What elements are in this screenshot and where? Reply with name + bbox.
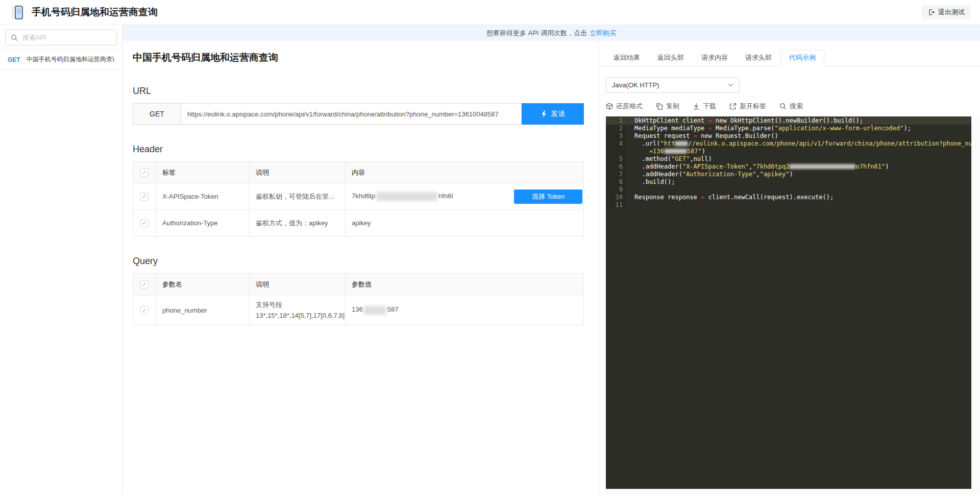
- code-line: 8 .build();: [606, 178, 971, 186]
- code-line: 4 .url("htt//eolink.o.apispace.com/phone…: [606, 140, 971, 148]
- code-line: 10Response response = client.newCall(req…: [606, 194, 971, 201]
- row-checkbox[interactable]: ✓: [140, 219, 149, 227]
- row-checkbox[interactable]: ✓: [140, 306, 149, 314]
- download-icon: [693, 103, 700, 110]
- panel-tab-1[interactable]: 返回头部: [649, 50, 693, 66]
- panel-tab-2[interactable]: 请求内容: [693, 50, 737, 66]
- header-table-row: ✓X-APISpace-Token鉴权私钥，可登陆后在管...7khd6tphf…: [133, 183, 584, 210]
- panel-tab-3[interactable]: 请求头部: [737, 50, 780, 66]
- line-number: 4: [606, 140, 628, 148]
- top-header-bar: 手机号码归属地和运营商查询 退出测试: [0, 0, 980, 25]
- param-value[interactable]: 7khd6tphfn6l选择 Token: [346, 183, 584, 210]
- select-all-checkbox[interactable]: ✓: [140, 280, 149, 289]
- header-table-head-row: ✓ 标签 说明 内容: [133, 162, 584, 183]
- header-table: ✓ 标签 说明 内容 ✓X-APISpace-Token鉴权私钥，可登陆后在管.…: [133, 161, 584, 237]
- param-description: 支持号段 13*,15*,18*,14[5,7],17[0,6,7,8]: [250, 295, 346, 325]
- line-number: 11: [606, 201, 628, 209]
- notice-text: 想要获得更多 API 调用次数，点击: [486, 29, 587, 38]
- query-table: ✓ 参数名 说明 参数值 ✓phone_number支持号段 13*,15*,1…: [133, 273, 584, 325]
- select-all-checkbox[interactable]: ✓: [140, 169, 149, 177]
- code-line: 2MediaType mediaType = MediaType.parse("…: [606, 125, 971, 132]
- api-test-form: 中国手机号码归属地和运营商查询 URL GET 发送 Header: [122, 41, 598, 495]
- param-value[interactable]: 136587: [346, 295, 584, 325]
- language-select[interactable]: Java(OK HTTP): [606, 77, 740, 93]
- code-line: 11: [606, 201, 971, 209]
- column-header: 参数名: [156, 274, 250, 295]
- line-number: 9: [606, 186, 628, 194]
- redacted-blur: [789, 164, 855, 169]
- new-tab-icon: [729, 103, 737, 110]
- quota-notice-bar: 想要获得更多 API 调用次数，点击 立即购买: [122, 25, 980, 41]
- api-name: 中国手机号码归属地和运营商查询: [27, 55, 114, 64]
- search-icon: [779, 103, 787, 110]
- query-table-row: ✓phone_number支持号段 13*,15*,18*,14[5,7],17…: [133, 295, 584, 325]
- method-badge: GET: [8, 56, 20, 63]
- copy-icon: [656, 103, 663, 110]
- code-line: 6 .addHeader("X-APISpace-Token","7khd6tp…: [606, 163, 971, 171]
- format-button[interactable]: 还原格式: [606, 102, 643, 111]
- format-icon: [606, 103, 613, 110]
- column-header: 标签: [156, 162, 250, 183]
- column-header: 参数值: [346, 274, 584, 295]
- line-number: 2: [606, 125, 628, 132]
- column-header: 说明: [250, 162, 346, 183]
- panel-tab-4[interactable]: 代码示例: [780, 50, 824, 66]
- code-line: 1OkHttpClient client = new OkHttpClient(…: [606, 117, 971, 125]
- column-header: 说明: [250, 274, 346, 295]
- code-toolbar: 还原格式复制下载新开标签搜索: [606, 102, 980, 111]
- logout-icon: [928, 9, 935, 16]
- download-button[interactable]: 下载: [693, 102, 716, 111]
- code-editor[interactable]: 1OkHttpClient client = new OkHttpClient(…: [606, 116, 971, 489]
- horizontal-scrollbar[interactable]: [606, 489, 980, 495]
- param-value[interactable]: apikey: [346, 210, 584, 237]
- response-panel: 返回结果返回头部请求内容请求头部代码示例 Java(OK HTTP) 还原格式复…: [598, 41, 980, 495]
- select-token-button[interactable]: 选择 Token: [514, 190, 582, 204]
- page-title: 手机号码归属地和运营商查询: [32, 6, 158, 19]
- line-number: 5: [606, 155, 628, 163]
- line-number: 10: [606, 194, 628, 201]
- param-description: 鉴权私钥，可登陆后在管...: [250, 183, 346, 210]
- header-table-row: ✓Authorization-Type鉴权方式，值为：apikeyapikey: [133, 210, 584, 237]
- header-table-body: ✓X-APISpace-Token鉴权私钥，可登陆后在管...7khd6tphf…: [133, 183, 584, 237]
- vertical-scrollbar[interactable]: [971, 116, 980, 489]
- line-number: 8: [606, 178, 628, 186]
- api-search-box: [5, 30, 117, 45]
- buy-now-link[interactable]: 立即购买: [590, 29, 616, 38]
- query-table-head-row: ✓ 参数名 说明 参数值: [133, 274, 584, 295]
- line-number: 6: [606, 163, 628, 171]
- param-name: Authorization-Type: [156, 210, 250, 237]
- code-line: =136587"): [606, 148, 971, 155]
- copy-button[interactable]: 复制: [656, 102, 679, 111]
- search-button[interactable]: 搜索: [779, 102, 803, 111]
- search-input[interactable]: [21, 33, 111, 42]
- panel-tab-0[interactable]: 返回结果: [605, 50, 649, 66]
- new-tab-button[interactable]: 新开标签: [729, 102, 766, 111]
- chevron-down-icon: [728, 83, 733, 87]
- code-line: 5 .method("GET",null): [606, 155, 971, 163]
- code-line: 3Request request = new Request.Builder(): [606, 132, 971, 140]
- line-number: 3: [606, 132, 628, 140]
- code-line: 7 .addHeader("Authorization-Type","apike…: [606, 171, 971, 178]
- send-request-button[interactable]: 发送: [522, 103, 584, 125]
- http-method-label: GET: [133, 103, 181, 125]
- redacted-blur: [364, 306, 386, 315]
- api-list: GET中国手机号码归属地和运营商查询: [0, 50, 122, 69]
- search-icon: [11, 34, 18, 41]
- redacted-blur: [664, 149, 687, 154]
- sidebar-item-api[interactable]: GET中国手机号码归属地和运营商查询: [0, 50, 122, 69]
- row-checkbox[interactable]: ✓: [140, 193, 149, 201]
- sidebar: GET中国手机号码归属地和运营商查询: [0, 25, 122, 495]
- code-line: 9: [606, 186, 971, 194]
- param-description: 鉴权方式，值为：apikey: [250, 210, 346, 237]
- line-number: 7: [606, 171, 628, 178]
- line-number: 1: [606, 117, 628, 125]
- api-title: 中国手机号码归属地和运营商查询: [133, 51, 584, 64]
- param-name: X-APISpace-Token: [156, 183, 250, 210]
- phone-app-icon: [9, 4, 26, 20]
- lightning-icon: [541, 110, 547, 118]
- request-url-input[interactable]: [181, 103, 522, 125]
- query-table-body: ✓phone_number支持号段 13*,15*,18*,14[5,7],17…: [133, 295, 584, 325]
- exit-test-button[interactable]: 退出测试: [922, 5, 971, 19]
- redacted-blur: [376, 192, 437, 201]
- column-header: 内容: [346, 162, 584, 183]
